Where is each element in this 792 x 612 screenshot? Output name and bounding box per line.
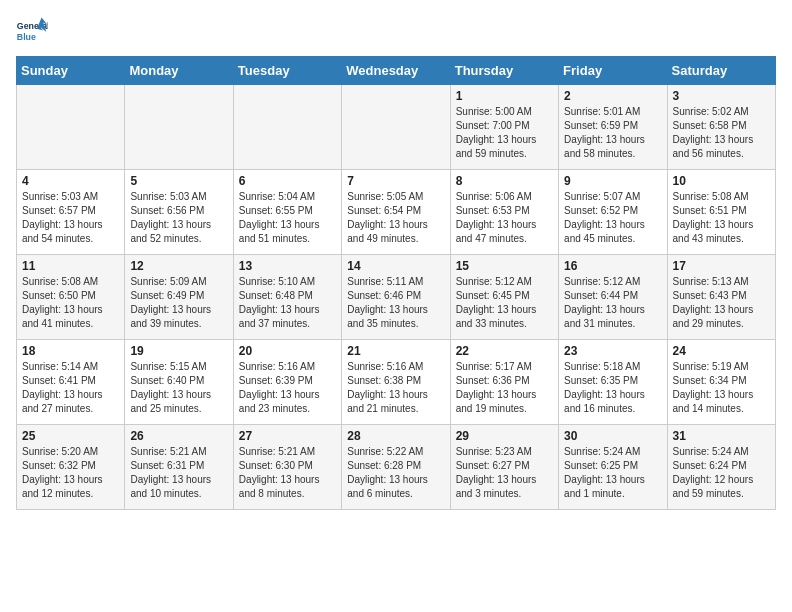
calendar-cell: 12Sunrise: 5:09 AM Sunset: 6:49 PM Dayli… [125, 255, 233, 340]
week-row-1: 1Sunrise: 5:00 AM Sunset: 7:00 PM Daylig… [17, 85, 776, 170]
day-number: 21 [347, 344, 444, 358]
day-number: 31 [673, 429, 770, 443]
calendar-cell [17, 85, 125, 170]
day-info: Sunrise: 5:21 AM Sunset: 6:31 PM Dayligh… [130, 445, 227, 501]
day-number: 9 [564, 174, 661, 188]
calendar-cell: 21Sunrise: 5:16 AM Sunset: 6:38 PM Dayli… [342, 340, 450, 425]
day-info: Sunrise: 5:10 AM Sunset: 6:48 PM Dayligh… [239, 275, 336, 331]
calendar-cell: 17Sunrise: 5:13 AM Sunset: 6:43 PM Dayli… [667, 255, 775, 340]
day-header-monday: Monday [125, 57, 233, 85]
calendar-cell: 9Sunrise: 5:07 AM Sunset: 6:52 PM Daylig… [559, 170, 667, 255]
calendar-header: SundayMondayTuesdayWednesdayThursdayFrid… [17, 57, 776, 85]
day-info: Sunrise: 5:20 AM Sunset: 6:32 PM Dayligh… [22, 445, 119, 501]
day-header-tuesday: Tuesday [233, 57, 341, 85]
day-info: Sunrise: 5:12 AM Sunset: 6:45 PM Dayligh… [456, 275, 553, 331]
day-number: 3 [673, 89, 770, 103]
day-info: Sunrise: 5:03 AM Sunset: 6:56 PM Dayligh… [130, 190, 227, 246]
day-info: Sunrise: 5:24 AM Sunset: 6:24 PM Dayligh… [673, 445, 770, 501]
calendar-cell: 23Sunrise: 5:18 AM Sunset: 6:35 PM Dayli… [559, 340, 667, 425]
day-number: 5 [130, 174, 227, 188]
calendar-cell: 2Sunrise: 5:01 AM Sunset: 6:59 PM Daylig… [559, 85, 667, 170]
calendar-cell: 18Sunrise: 5:14 AM Sunset: 6:41 PM Dayli… [17, 340, 125, 425]
calendar-cell: 5Sunrise: 5:03 AM Sunset: 6:56 PM Daylig… [125, 170, 233, 255]
week-row-4: 18Sunrise: 5:14 AM Sunset: 6:41 PM Dayli… [17, 340, 776, 425]
calendar-cell: 7Sunrise: 5:05 AM Sunset: 6:54 PM Daylig… [342, 170, 450, 255]
day-info: Sunrise: 5:16 AM Sunset: 6:38 PM Dayligh… [347, 360, 444, 416]
day-header-wednesday: Wednesday [342, 57, 450, 85]
day-info: Sunrise: 5:12 AM Sunset: 6:44 PM Dayligh… [564, 275, 661, 331]
day-header-sunday: Sunday [17, 57, 125, 85]
day-number: 24 [673, 344, 770, 358]
calendar-cell: 30Sunrise: 5:24 AM Sunset: 6:25 PM Dayli… [559, 425, 667, 510]
day-header-saturday: Saturday [667, 57, 775, 85]
day-number: 29 [456, 429, 553, 443]
day-info: Sunrise: 5:09 AM Sunset: 6:49 PM Dayligh… [130, 275, 227, 331]
calendar-body: 1Sunrise: 5:00 AM Sunset: 7:00 PM Daylig… [17, 85, 776, 510]
calendar-cell: 15Sunrise: 5:12 AM Sunset: 6:45 PM Dayli… [450, 255, 558, 340]
calendar-cell: 22Sunrise: 5:17 AM Sunset: 6:36 PM Dayli… [450, 340, 558, 425]
calendar-cell: 29Sunrise: 5:23 AM Sunset: 6:27 PM Dayli… [450, 425, 558, 510]
day-number: 12 [130, 259, 227, 273]
day-info: Sunrise: 5:05 AM Sunset: 6:54 PM Dayligh… [347, 190, 444, 246]
calendar-cell: 28Sunrise: 5:22 AM Sunset: 6:28 PM Dayli… [342, 425, 450, 510]
day-number: 11 [22, 259, 119, 273]
day-info: Sunrise: 5:22 AM Sunset: 6:28 PM Dayligh… [347, 445, 444, 501]
week-row-3: 11Sunrise: 5:08 AM Sunset: 6:50 PM Dayli… [17, 255, 776, 340]
calendar-cell: 11Sunrise: 5:08 AM Sunset: 6:50 PM Dayli… [17, 255, 125, 340]
day-number: 18 [22, 344, 119, 358]
calendar-cell: 6Sunrise: 5:04 AM Sunset: 6:55 PM Daylig… [233, 170, 341, 255]
day-number: 26 [130, 429, 227, 443]
calendar-cell: 8Sunrise: 5:06 AM Sunset: 6:53 PM Daylig… [450, 170, 558, 255]
day-number: 16 [564, 259, 661, 273]
calendar-cell: 10Sunrise: 5:08 AM Sunset: 6:51 PM Dayli… [667, 170, 775, 255]
week-row-2: 4Sunrise: 5:03 AM Sunset: 6:57 PM Daylig… [17, 170, 776, 255]
day-number: 22 [456, 344, 553, 358]
day-number: 8 [456, 174, 553, 188]
day-number: 1 [456, 89, 553, 103]
day-number: 19 [130, 344, 227, 358]
day-number: 25 [22, 429, 119, 443]
calendar-cell [125, 85, 233, 170]
calendar-cell [342, 85, 450, 170]
day-info: Sunrise: 5:14 AM Sunset: 6:41 PM Dayligh… [22, 360, 119, 416]
day-number: 7 [347, 174, 444, 188]
calendar-cell [233, 85, 341, 170]
calendar-cell: 16Sunrise: 5:12 AM Sunset: 6:44 PM Dayli… [559, 255, 667, 340]
svg-text:Blue: Blue [17, 32, 36, 42]
logo-icon: General Blue [16, 16, 48, 48]
calendar-cell: 26Sunrise: 5:21 AM Sunset: 6:31 PM Dayli… [125, 425, 233, 510]
day-info: Sunrise: 5:01 AM Sunset: 6:59 PM Dayligh… [564, 105, 661, 161]
day-number: 13 [239, 259, 336, 273]
calendar-table: SundayMondayTuesdayWednesdayThursdayFrid… [16, 56, 776, 510]
calendar-cell: 4Sunrise: 5:03 AM Sunset: 6:57 PM Daylig… [17, 170, 125, 255]
day-number: 4 [22, 174, 119, 188]
calendar-cell: 14Sunrise: 5:11 AM Sunset: 6:46 PM Dayli… [342, 255, 450, 340]
day-number: 17 [673, 259, 770, 273]
week-row-5: 25Sunrise: 5:20 AM Sunset: 6:32 PM Dayli… [17, 425, 776, 510]
calendar-cell: 3Sunrise: 5:02 AM Sunset: 6:58 PM Daylig… [667, 85, 775, 170]
day-number: 2 [564, 89, 661, 103]
calendar-cell: 31Sunrise: 5:24 AM Sunset: 6:24 PM Dayli… [667, 425, 775, 510]
day-header-friday: Friday [559, 57, 667, 85]
day-info: Sunrise: 5:13 AM Sunset: 6:43 PM Dayligh… [673, 275, 770, 331]
day-info: Sunrise: 5:08 AM Sunset: 6:51 PM Dayligh… [673, 190, 770, 246]
day-number: 14 [347, 259, 444, 273]
calendar-cell: 20Sunrise: 5:16 AM Sunset: 6:39 PM Dayli… [233, 340, 341, 425]
calendar-cell: 19Sunrise: 5:15 AM Sunset: 6:40 PM Dayli… [125, 340, 233, 425]
day-number: 20 [239, 344, 336, 358]
calendar-cell: 24Sunrise: 5:19 AM Sunset: 6:34 PM Dayli… [667, 340, 775, 425]
day-info: Sunrise: 5:00 AM Sunset: 7:00 PM Dayligh… [456, 105, 553, 161]
day-info: Sunrise: 5:04 AM Sunset: 6:55 PM Dayligh… [239, 190, 336, 246]
calendar-cell: 1Sunrise: 5:00 AM Sunset: 7:00 PM Daylig… [450, 85, 558, 170]
day-header-thursday: Thursday [450, 57, 558, 85]
day-number: 10 [673, 174, 770, 188]
calendar-cell: 25Sunrise: 5:20 AM Sunset: 6:32 PM Dayli… [17, 425, 125, 510]
page-header: General Blue [16, 16, 776, 48]
day-info: Sunrise: 5:08 AM Sunset: 6:50 PM Dayligh… [22, 275, 119, 331]
calendar-cell: 27Sunrise: 5:21 AM Sunset: 6:30 PM Dayli… [233, 425, 341, 510]
day-info: Sunrise: 5:24 AM Sunset: 6:25 PM Dayligh… [564, 445, 661, 501]
day-info: Sunrise: 5:19 AM Sunset: 6:34 PM Dayligh… [673, 360, 770, 416]
day-number: 27 [239, 429, 336, 443]
day-info: Sunrise: 5:07 AM Sunset: 6:52 PM Dayligh… [564, 190, 661, 246]
day-number: 23 [564, 344, 661, 358]
